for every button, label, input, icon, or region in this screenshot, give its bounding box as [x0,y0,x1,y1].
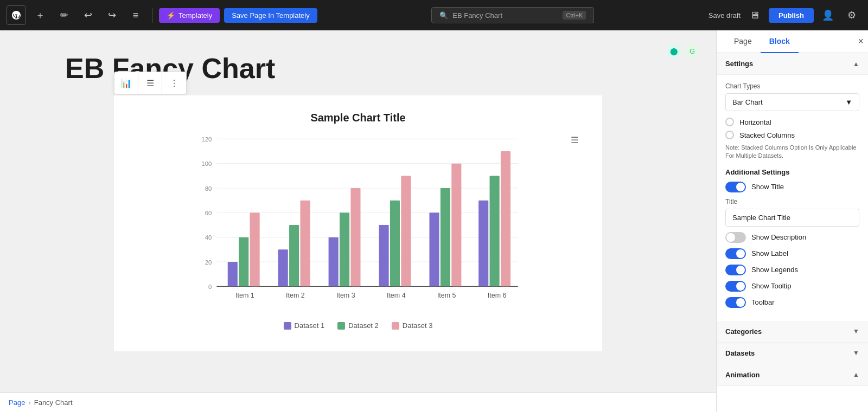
add-block-button[interactable]: ＋ [30,5,50,25]
svg-text:80: 80 [353,182,359,188]
show-label-toggle[interactable] [725,248,746,259]
legend-label-1: Dataset 1 [295,321,325,330]
breadcrumb-page[interactable]: Page [9,398,25,407]
show-title-toggle[interactable] [725,182,746,192]
horizontal-radio[interactable] [725,118,734,126]
edit-button[interactable]: ✏ [54,5,74,25]
svg-text:60: 60 [341,206,348,212]
categories-section-header[interactable]: Categories ▼ [717,321,868,343]
stacked-columns-radio[interactable] [725,131,734,139]
svg-rect-28 [329,237,339,287]
animation-chevron-icon: ▲ [853,371,859,378]
breadcrumb-bar: Page › Fancy Chart [0,392,716,412]
toolbar-toggle-label: Toolbar [751,298,775,306]
user-avatar-button[interactable]: 👤 [818,5,838,25]
block-toolbar-more-button[interactable]: ⋮ [162,72,186,94]
stacked-columns-label: Stacked Columns [739,131,795,139]
show-label-row: Show Label [725,248,859,259]
svg-text:20: 20 [229,255,236,261]
block-toolbar-align-button[interactable]: ☰ [138,72,162,94]
wp-logo[interactable] [7,5,26,25]
settings-label: Settings [725,60,753,68]
block-toolbar: 📊 ☰ ⋮ [114,72,187,94]
svg-text:70: 70 [481,194,487,199]
toolbar-right: Save draft 🖥 Publish 👤 ⚙ [709,5,861,25]
svg-text:100: 100 [452,157,461,163]
preview-button[interactable]: 🖥 [745,5,764,25]
panel-close-button[interactable]: × [853,31,868,52]
additional-settings-label: Additional Settings [725,168,859,176]
show-tooltip-toggle[interactable] [725,281,746,292]
settings-section-header[interactable]: Settings ▲ [717,53,868,75]
plugin-icons: ⬤ G [666,43,700,59]
svg-text:Item 1: Item 1 [235,292,254,299]
svg-text:30: 30 [280,243,286,249]
svg-text:90: 90 [403,169,410,175]
tab-block[interactable]: Block [761,30,799,53]
svg-rect-18 [250,213,260,286]
svg-text:Item 4: Item 4 [387,292,406,299]
show-legends-knob [736,266,745,274]
chart-type-value: Bar Chart [732,98,763,106]
list-view-button[interactable]: ≡ [126,5,145,25]
title-input[interactable] [725,209,859,227]
templately-icon: ⚡ [167,11,175,20]
undo-button[interactable]: ↩ [78,5,98,25]
breadcrumb-current: Fancy Chart [34,398,73,407]
show-title-label: Show Title [751,183,784,191]
animation-section-header[interactable]: Animation ▲ [717,364,868,386]
chart-menu-button[interactable]: ☰ [571,135,578,145]
save-draft-button[interactable]: Save draft [709,11,741,20]
toolbar-knob [736,298,745,307]
save-templately-button[interactable]: Save Page In Templately [224,8,317,23]
horizontal-label: Horizontal [739,118,771,126]
svg-rect-44 [441,188,450,286]
stacked-columns-radio-row: Stacked Columns [725,131,859,139]
chart-container: ☰ 0 20 4 [136,133,580,317]
settings-panel-button[interactable]: ⚙ [842,5,861,25]
legend-color-3 [392,322,399,330]
svg-text:70: 70 [302,194,309,199]
show-tooltip-row: Show Tooltip [725,281,859,292]
legend-item-1: Dataset 1 [284,321,325,330]
datasets-section-header[interactable]: Datasets ▼ [717,343,868,364]
tab-page[interactable]: Page [725,30,761,53]
svg-text:60: 60 [252,206,258,212]
chart-types-label: Chart Types [725,82,859,90]
svg-rect-21 [278,249,288,286]
show-description-row: Show Description [725,232,859,243]
svg-text:Item 6: Item 6 [488,292,507,299]
templately-button[interactable]: ⚡ Templately [159,8,220,23]
search-shortcut: Ctrl+K [563,11,586,20]
separator-1 [152,8,152,23]
horizontal-radio-row: Horizontal [725,118,859,126]
categories-chevron-icon: ▼ [853,327,859,335]
search-icon: 🔍 [439,11,448,20]
editor-area: EB Fancy Chart ⬤ G 📊 ☰ ⋮ Sample Chart Ti… [0,30,716,392]
toolbar-toggle[interactable] [725,297,746,308]
panel-tab-bar: Page Block × [717,30,868,53]
legend-color-1 [284,322,291,330]
svg-text:40: 40 [330,230,337,236]
datasets-chevron-icon: ▼ [853,349,859,357]
right-panel: Page Block × Settings ▲ Chart Types Bar … [716,30,868,412]
toolbar-toggle-row: Toolbar [725,297,859,308]
svg-text:90: 90 [492,169,498,175]
svg-rect-53 [501,151,510,286]
search-bar[interactable]: 🔍 EB Fancy Chart Ctrl+K [431,7,594,23]
show-description-toggle[interactable] [725,232,746,243]
publish-button[interactable]: Publish [769,8,814,23]
chart-title: Sample Chart Title [136,112,580,124]
svg-rect-39 [401,176,411,286]
block-wrapper: Sample Chart Title ☰ [114,95,602,351]
svg-text:60: 60 [205,210,212,216]
chart-type-dropdown[interactable]: Bar Chart ▼ [725,93,859,111]
block-toolbar-chart-button[interactable]: 📊 [114,72,138,94]
svg-text:70: 70 [392,194,398,199]
svg-text:Item 3: Item 3 [336,292,355,299]
redo-button[interactable]: ↪ [102,5,122,25]
settings-chevron-icon: ▲ [853,60,859,68]
settings-section-body: Chart Types Bar Chart ▼ Horizontal Stack… [717,75,868,321]
block-container: 📊 ☰ ⋮ Sample Chart Title ☰ [114,95,602,351]
show-legends-toggle[interactable] [725,265,746,275]
